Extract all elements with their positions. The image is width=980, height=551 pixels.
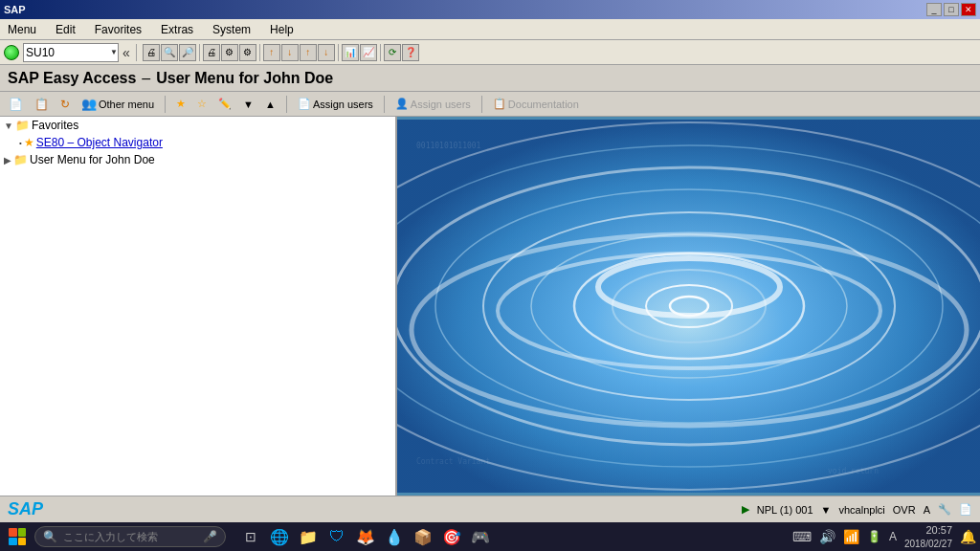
tb3-sep4 (481, 96, 482, 113)
add-favorite-button[interactable]: ★ (171, 95, 190, 114)
icon-nav4[interactable]: ↓ (318, 44, 335, 61)
print-button[interactable]: 🖨 (143, 44, 160, 61)
notification-icon[interactable]: 🔔 (960, 529, 976, 544)
start-button[interactable] (4, 523, 31, 550)
play-icon: ▶ (742, 503, 749, 516)
sap-logo: SAP (8, 499, 43, 519)
find-button[interactable]: 🔍 (161, 44, 178, 61)
menu-item-extras[interactable]: Extras (157, 21, 197, 38)
move-down-button[interactable]: ▼ (238, 95, 258, 114)
find-next-button[interactable]: 🔎 (179, 44, 196, 61)
edit-favorite-button[interactable]: ✏️ (213, 95, 236, 114)
expand-icon: ▼ (4, 121, 13, 131)
menu-item-system[interactable]: System (209, 21, 255, 38)
tb3-icon2[interactable]: 📋 (30, 95, 54, 114)
assign-users-button[interactable]: 👤 Assign users (390, 95, 476, 114)
app2-icon: 📦 (413, 528, 433, 546)
menu-item-help[interactable]: Help (266, 21, 298, 38)
taskbar-search-box[interactable]: 🔍 ここに入力して検索 🎤 (34, 526, 226, 547)
tree-item-se80[interactable]: • ★ SE80 – Object Navigator (0, 134, 395, 151)
sap-easy-access-label: SAP Easy Access (8, 70, 136, 87)
win-logo-q2 (18, 528, 27, 537)
create-role-button[interactable]: 📄 Assign users (293, 95, 378, 114)
user-menu-label: User Menu for John Doe (156, 70, 333, 87)
explorer-button[interactable]: 📁 (295, 523, 322, 550)
se80-label: SE80 – Object Navigator (36, 136, 163, 149)
star-icon: ★ (24, 136, 34, 149)
ovr-mode: OVR (893, 504, 916, 516)
minimize-button[interactable]: _ (926, 3, 942, 16)
tree-item-usermenu[interactable]: ▶ 📁 User Menu for John Doe (0, 151, 395, 168)
app4-icon: 🎮 (471, 528, 490, 546)
main-area: ▼ 📁 Favorites • ★ SE80 – Object Navigato… (0, 117, 980, 496)
task-view-button[interactable]: ⊡ (237, 523, 264, 550)
firefox-button[interactable]: 🦊 (352, 523, 379, 550)
taskbar-apps: ⊡ 🌐 📁 🛡 🦊 💧 📦 🎯 🎮 (237, 523, 494, 550)
people-icon: 👥 (81, 97, 97, 111)
mic-icon: 🎤 (203, 530, 217, 543)
win-logo-q3 (9, 538, 17, 546)
svg-rect-17 (397, 120, 980, 493)
tb3-icon3[interactable]: ↻ (56, 95, 75, 114)
app2-button[interactable]: 📦 (410, 523, 436, 550)
transaction-input[interactable] (24, 44, 110, 61)
other-menu-button[interactable]: 👥 Other menu (77, 95, 159, 114)
documentation-icon: 📋 (493, 98, 506, 110)
app1-button[interactable]: 💧 (381, 523, 408, 550)
favorites-label: Favorites (32, 119, 78, 132)
edit-icon: ✏️ (218, 98, 232, 110)
icon-nav1[interactable]: ↑ (263, 44, 280, 61)
move-up-button[interactable]: ▲ (260, 95, 280, 114)
dropdown-server[interactable]: ▼ (821, 504, 832, 516)
battery-icon: 🔋 (867, 530, 881, 543)
icon-nav3[interactable]: ↑ (300, 44, 317, 61)
network-icon[interactable]: 📶 (843, 529, 859, 544)
clock: 20:57 2018/02/27 (904, 523, 952, 549)
sep4 (338, 44, 339, 61)
icon-help[interactable]: ❓ (402, 44, 419, 61)
icon-settings2[interactable]: ⚙ (239, 44, 256, 61)
status-icon1: 🔧 (938, 503, 951, 516)
icon-refresh[interactable]: ⟳ (384, 44, 401, 61)
icon-display[interactable]: 📊 (342, 44, 359, 61)
menu-item-favorites[interactable]: Favorites (91, 21, 145, 38)
status-bar: SAP ▶ NPL (1) 001 ▼ vhcalnplci OVR A 🔧 📄 (0, 496, 980, 522)
tb3-icon1[interactable]: 📄 (4, 95, 28, 114)
tb3-sep3 (384, 96, 385, 113)
folder-icon2: 📁 (13, 153, 28, 166)
app3-icon: 🎯 (442, 528, 461, 546)
menu-item-edit[interactable]: Edit (52, 21, 79, 38)
printer2-button[interactable]: 🖨 (203, 44, 220, 61)
action-toolbar: 📄 📋 ↻ 👥 Other menu ★ ☆ ✏️ ▼ ▲ 📄 Assign u… (0, 92, 980, 117)
usermenu-label: User Menu for John Doe (30, 153, 155, 166)
other-menu-label: Other menu (99, 99, 154, 110)
tree-item-favorites[interactable]: ▼ 📁 Favorites (0, 117, 395, 134)
app4-button[interactable]: 🎮 (467, 523, 494, 550)
icon-display2[interactable]: 📈 (360, 44, 377, 61)
volume-icon[interactable]: 🔊 (819, 529, 835, 544)
status-right: ▶ NPL (1) 001 ▼ vhcalnplci OVR A 🔧 📄 (742, 503, 972, 516)
windows-logo (9, 528, 26, 545)
icon-settings[interactable]: ⚙ (221, 44, 238, 61)
toolbar-icon-group: 🖨 🔍 🔎 🖨 ⚙ ⚙ ↑ ↓ ↑ ↓ 📊 📈 ⟳ ❓ (143, 44, 419, 61)
taskbar-right: ⌨ 🔊 📶 🔋 A 20:57 2018/02/27 🔔 (792, 523, 976, 549)
win-logo-q4 (18, 538, 27, 546)
app3-button[interactable]: 🎯 (438, 523, 465, 550)
back-nav-button[interactable]: « (122, 45, 130, 60)
close-button[interactable]: ✕ (961, 3, 976, 16)
star-add-icon: ★ (176, 98, 186, 110)
shield-button[interactable]: 🛡 (323, 523, 350, 550)
lang-indicator: A (924, 504, 930, 516)
edge-button[interactable]: 🌐 (266, 523, 293, 550)
task-view-icon: ⊡ (245, 529, 256, 544)
icon-nav2[interactable]: ↓ (281, 44, 299, 61)
menu-item-menu[interactable]: Menu (4, 21, 40, 38)
documentation-button[interactable]: 📋 Documentation (488, 95, 584, 114)
remove-favorite-button[interactable]: ☆ (192, 95, 212, 114)
status-indicator (4, 45, 19, 60)
explorer-icon: 📁 (299, 528, 318, 546)
firefox-icon: 🦊 (356, 528, 375, 546)
windows-taskbar: 🔍 ここに入力して検索 🎤 ⊡ 🌐 📁 🛡 🦊 💧 📦 🎯 🎮 (0, 522, 980, 551)
maximize-button[interactable]: □ (944, 3, 959, 16)
transaction-dropdown[interactable]: ▼ (110, 48, 118, 56)
